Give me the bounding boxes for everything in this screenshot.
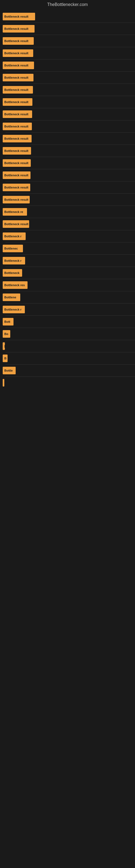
bar-label: Bottleneck <box>4 271 19 275</box>
bottleneck-bar[interactable]: Bottlene <box>3 293 20 301</box>
bar-label: Bottleneck result <box>4 186 28 189</box>
bar-row: Bottleneck result <box>3 96 132 108</box>
bar-row: Bottleneck r <box>3 230 132 242</box>
bar-label: Bottleneck result <box>4 27 28 30</box>
bottleneck-bar[interactable]: Bottleneck result <box>3 172 31 179</box>
bar-label: Bottlenec <box>4 247 18 250</box>
bottleneck-bar[interactable]: Bottleneck result <box>3 220 29 228</box>
site-title: TheBottlenecker.com <box>0 0 135 9</box>
bar-label: Bottleneck result <box>4 64 28 67</box>
bottleneck-bar[interactable]: Bottleneck r <box>3 306 25 313</box>
bar-label: Bottleneck result <box>4 113 28 116</box>
bar-label: Bottleneck result <box>4 174 28 177</box>
bar-label: B <box>4 357 6 360</box>
bottleneck-bar[interactable]: Bottleneck result <box>3 62 34 69</box>
bottleneck-bar[interactable]: Bottlenec <box>3 245 23 252</box>
bar-row: | <box>3 340 132 352</box>
bar-row: Bottleneck r <box>3 304 132 315</box>
bottleneck-bar[interactable]: Bottleneck result <box>3 37 34 45</box>
bar-row: Bottleneck re <box>3 206 132 218</box>
bar-row: Bottleneck result <box>3 120 132 132</box>
bar-label: Bottleneck result <box>4 15 28 18</box>
bottleneck-bar[interactable]: Bottleneck result <box>3 159 31 167</box>
bar-label: Bottlene <box>4 296 16 299</box>
bar-row: Bottleneck result <box>3 108 132 120</box>
bottleneck-bar[interactable]: Bottleneck result <box>3 184 30 191</box>
bar-row: Bottleneck result <box>3 72 132 84</box>
bar-label: Bottleneck result <box>4 149 28 152</box>
bottleneck-bar[interactable]: | <box>3 379 4 386</box>
bar-row: Bo <box>3 328 132 340</box>
bar-row: Bottleneck r <box>3 255 132 267</box>
bottleneck-bar[interactable]: Bottleneck <box>3 269 22 277</box>
bottleneck-bar[interactable]: Bottleneck result <box>3 50 33 57</box>
bottleneck-bar[interactable]: Bottleneck result <box>3 111 32 118</box>
bar-row: Bottleneck result <box>3 47 132 59</box>
bar-label: Bottleneck r <box>4 308 21 311</box>
bottleneck-bar[interactable]: Bottleneck result <box>3 196 30 204</box>
bar-label: Bott <box>4 320 10 323</box>
bottleneck-bar[interactable]: Bottleneck r <box>3 232 26 240</box>
bottleneck-bar[interactable]: Bottleneck result <box>3 13 35 20</box>
bottleneck-bar[interactable]: B <box>3 354 8 362</box>
bottleneck-bar[interactable]: Bottleneck result <box>3 25 35 33</box>
bar-label: Bottleneck result <box>4 100 28 104</box>
bottleneck-bar[interactable]: Bottleneck result <box>3 86 33 94</box>
bar-row: Bottleneck result <box>3 84 132 96</box>
bar-label: | <box>4 344 5 348</box>
bar-row: Bottleneck result <box>3 23 132 35</box>
bottleneck-bar[interactable]: Bott <box>3 318 13 326</box>
bottleneck-bar[interactable]: Bottleneck result <box>3 135 32 143</box>
bar-row: Bottlene <box>3 291 132 303</box>
bottleneck-bar[interactable]: Bottle <box>3 367 16 374</box>
bar-row: | <box>3 377 132 389</box>
bar-label: Bo <box>4 332 8 336</box>
bar-row: Bottleneck result <box>3 218 132 230</box>
bar-label: Bottleneck result <box>4 198 28 201</box>
bar-label: Bottleneck result <box>4 76 28 79</box>
bottleneck-bar[interactable]: Bottleneck result <box>3 74 34 82</box>
bar-label: Bottleneck r <box>4 235 21 238</box>
bar-row: B <box>3 352 132 364</box>
bottleneck-bar[interactable]: Bottleneck re <box>3 208 27 216</box>
bar-row: Bottleneck result <box>3 133 132 145</box>
bar-label: Bottleneck result <box>4 161 28 165</box>
bar-row: Bottleneck result <box>3 157 132 169</box>
bar-row: Bottleneck result <box>3 194 132 206</box>
bar-label: Bottleneck re <box>4 210 23 214</box>
bar-row: Bottleneck result <box>3 59 132 71</box>
bar-label: Bottleneck r <box>4 259 21 262</box>
bottleneck-bar[interactable]: Bottleneck r <box>3 257 25 265</box>
chart-container: Bottleneck resultBottleneck resultBottle… <box>0 10 135 389</box>
bar-row: Bott <box>3 316 132 328</box>
bar-row: Bottle <box>3 365 132 376</box>
bar-label: Bottleneck result <box>4 88 28 91</box>
bar-row: Bottleneck result <box>3 35 132 47</box>
bar-label: Bottleneck result <box>4 39 28 42</box>
bar-label: Bottleneck result <box>4 137 28 140</box>
bar-row: Bottleneck result <box>3 145 132 157</box>
bar-row: Bottleneck <box>3 267 132 279</box>
bottleneck-bar[interactable]: Bo <box>3 330 10 338</box>
bottleneck-bar[interactable]: Bottleneck result <box>3 98 32 106</box>
bottleneck-bar[interactable]: | <box>3 342 5 350</box>
bar-label: Bottleneck result <box>4 222 28 226</box>
bar-label: Bottle <box>4 369 13 372</box>
bottleneck-bar[interactable]: Bottleneck res <box>3 281 28 289</box>
bar-row: Bottleneck result <box>3 10 132 23</box>
bar-row: Bottleneck result <box>3 169 132 181</box>
bar-label: Bottleneck result <box>4 52 28 55</box>
bar-row: Bottleneck res <box>3 279 132 291</box>
bar-label: Bottleneck res <box>4 283 25 287</box>
bar-row: Bottlenec <box>3 243 132 254</box>
bar-row: Bottleneck result <box>3 182 132 193</box>
bottleneck-bar[interactable]: Bottleneck result <box>3 147 31 155</box>
bottleneck-bar[interactable]: Bottleneck result <box>3 123 32 130</box>
bar-label: Bottleneck result <box>4 125 28 128</box>
